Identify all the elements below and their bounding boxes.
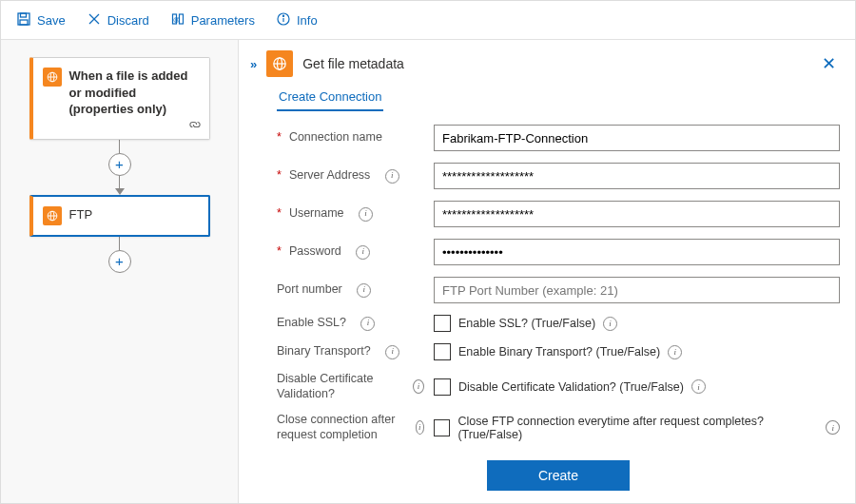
enable-ssl-checkbox[interactable]: [434, 315, 451, 332]
username-input[interactable]: [434, 201, 840, 227]
info-icon[interactable]: i: [826, 420, 840, 435]
binary-transport-checkbox-label: Enable Binary Transport? (True/False): [458, 345, 660, 359]
disable-cert-checkbox[interactable]: [434, 378, 451, 396]
toolbar: Save Discard @ Parameters Info: [1, 1, 855, 40]
tab-create-connection[interactable]: Create Connection: [277, 84, 383, 111]
info-icon: [276, 11, 291, 29]
info-icon[interactable]: i: [356, 245, 370, 260]
info-icon[interactable]: i: [385, 169, 399, 184]
info-icon[interactable]: i: [357, 283, 371, 298]
discard-label: Discard: [107, 13, 149, 28]
action-panel: » Get file metadata ✕ Create Connection …: [239, 40, 855, 503]
info-icon[interactable]: i: [360, 317, 375, 331]
trigger-title: When a file is added or modified (proper…: [69, 68, 188, 116]
info-icon[interactable]: i: [603, 317, 617, 331]
close-conn-checkbox-label: Close FTP connection everytime after req…: [457, 415, 818, 441]
connector: +: [108, 140, 131, 195]
info-icon[interactable]: i: [413, 379, 424, 394]
disable-cert-label: Disable Certificate Validation? i: [277, 372, 424, 401]
binary-transport-checkbox[interactable]: [434, 343, 451, 360]
svg-rect-1: [21, 13, 27, 17]
close-icon: [87, 11, 102, 29]
username-label: *Username i: [277, 206, 424, 222]
password-label: *Password i: [277, 244, 424, 260]
ftp-icon: [266, 50, 293, 77]
server-address-input[interactable]: [434, 163, 840, 189]
ftp-icon: [43, 206, 62, 225]
server-address-label: *Server Address i: [277, 168, 424, 184]
connector-end: +: [108, 237, 131, 273]
panel-tabs: Create Connection: [239, 84, 855, 111]
ftp-action-node[interactable]: FTP: [29, 195, 210, 237]
collapse-panel-button[interactable]: »: [250, 57, 257, 71]
svg-text:@: @: [173, 16, 180, 23]
parameters-label: Parameters: [191, 13, 255, 28]
info-icon[interactable]: i: [359, 207, 373, 222]
password-input[interactable]: [434, 239, 840, 265]
info-icon[interactable]: i: [416, 420, 424, 435]
discard-button[interactable]: Discard: [79, 8, 157, 33]
binary-transport-label: Binary Transport? i: [277, 344, 424, 359]
save-button[interactable]: Save: [9, 8, 73, 33]
parameters-button[interactable]: @ Parameters: [163, 8, 263, 33]
create-button[interactable]: Create: [487, 460, 630, 491]
connection-name-input[interactable]: [434, 125, 840, 151]
port-input[interactable]: [434, 277, 840, 303]
info-label: Info: [297, 13, 318, 28]
close-panel-button[interactable]: ✕: [818, 49, 840, 78]
panel-title: Get file metadata: [302, 56, 808, 71]
arrow-down-icon: [115, 188, 125, 195]
info-icon[interactable]: i: [691, 379, 706, 394]
svg-point-10: [282, 15, 283, 16]
link-icon: [188, 118, 202, 135]
designer-canvas: When a file is added or modified (proper…: [1, 40, 239, 503]
info-icon[interactable]: i: [385, 345, 399, 359]
parameters-icon: @: [170, 11, 185, 29]
disable-cert-checkbox-label: Disable Certificate Validation? (True/Fa…: [458, 380, 684, 394]
close-conn-label: Close connection after request completio…: [277, 413, 424, 442]
connection-form: *Connection name *Server Address i *User…: [239, 111, 855, 491]
port-label: Port number i: [277, 282, 424, 298]
add-step-button[interactable]: +: [108, 250, 131, 273]
connection-name-label: *Connection name: [277, 130, 424, 145]
save-label: Save: [37, 13, 66, 28]
ftp-action-title: FTP: [69, 206, 93, 225]
info-button[interactable]: Info: [268, 8, 325, 33]
enable-ssl-label: Enable SSL? i: [277, 316, 424, 331]
info-icon[interactable]: i: [668, 345, 682, 359]
ftp-icon: [43, 68, 62, 87]
svg-rect-2: [20, 20, 28, 25]
add-step-button[interactable]: +: [108, 153, 131, 176]
save-icon: [16, 11, 31, 29]
enable-ssl-checkbox-label: Enable SSL? (True/False): [458, 317, 595, 330]
trigger-node[interactable]: When a file is added or modified (proper…: [29, 57, 210, 140]
close-conn-checkbox[interactable]: [434, 419, 450, 436]
